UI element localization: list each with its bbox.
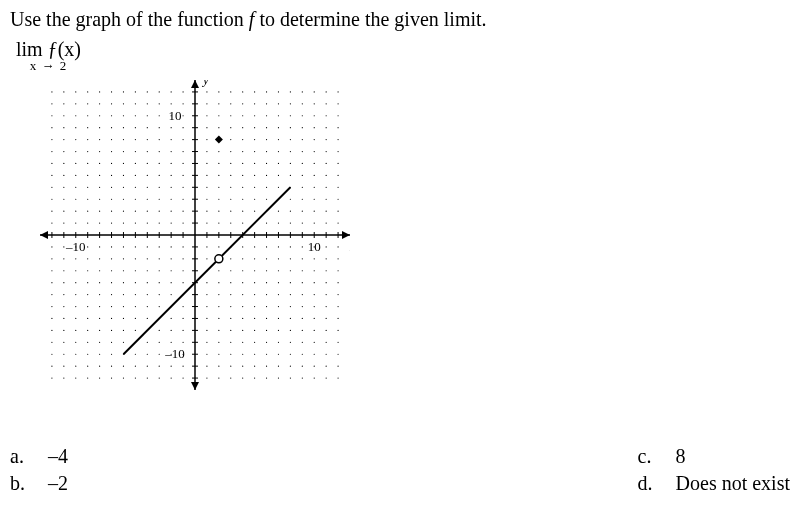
svg-point-298 <box>206 258 207 259</box>
svg-point-222 <box>159 306 160 307</box>
svg-text:10: 10 <box>308 239 321 254</box>
svg-point-139 <box>111 139 112 140</box>
svg-text:x: x <box>349 239 350 254</box>
svg-point-335 <box>218 91 219 92</box>
svg-point-120 <box>111 377 112 378</box>
svg-marker-579 <box>40 231 48 239</box>
limit-bottom: x → 2 <box>16 59 81 72</box>
svg-point-555 <box>337 342 338 343</box>
svg-point-114 <box>99 151 100 152</box>
svg-point-268 <box>182 330 183 331</box>
svg-point-321 <box>218 270 219 271</box>
svg-point-389 <box>254 318 255 319</box>
svg-point-217 <box>159 366 160 367</box>
svg-text:–10: –10 <box>164 346 185 361</box>
svg-point-507 <box>314 342 315 343</box>
svg-point-442 <box>278 258 279 259</box>
svg-point-83 <box>87 246 88 247</box>
svg-point-52 <box>75 330 76 331</box>
option-d[interactable]: d. Does not exist <box>638 472 790 495</box>
svg-point-102 <box>99 306 100 307</box>
svg-point-525 <box>314 115 315 116</box>
svg-point-381 <box>242 115 243 116</box>
svg-point-495 <box>302 187 303 188</box>
option-b[interactable]: b. –2 <box>10 472 68 495</box>
svg-point-431 <box>266 91 267 92</box>
svg-point-460 <box>290 330 291 331</box>
svg-point-30 <box>63 306 64 307</box>
prompt-suffix: to determine the given limit. <box>254 8 486 30</box>
svg-point-275 <box>182 246 183 247</box>
svg-point-570 <box>337 151 338 152</box>
svg-point-566 <box>337 199 338 200</box>
svg-point-158 <box>123 199 124 200</box>
svg-point-28 <box>63 330 64 331</box>
svg-point-482 <box>302 354 303 355</box>
svg-point-209 <box>147 163 148 164</box>
svg-point-62 <box>75 199 76 200</box>
svg-point-516 <box>314 222 315 223</box>
svg-point-13 <box>51 211 52 212</box>
svg-point-105 <box>99 270 100 271</box>
svg-point-288 <box>206 377 207 378</box>
svg-point-454 <box>278 103 279 104</box>
svg-point-448 <box>278 175 279 176</box>
svg-point-152 <box>123 282 124 283</box>
option-c-label: c. <box>638 445 658 468</box>
svg-point-230 <box>159 199 160 200</box>
svg-point-329 <box>218 163 219 164</box>
svg-point-256 <box>171 175 172 176</box>
svg-point-501 <box>302 115 303 116</box>
svg-point-18 <box>51 151 52 152</box>
svg-point-10 <box>51 258 52 259</box>
svg-point-441 <box>278 270 279 271</box>
svg-point-558 <box>337 306 338 307</box>
svg-point-543 <box>326 187 327 188</box>
svg-point-84 <box>87 222 88 223</box>
option-a[interactable]: a. –4 <box>10 445 68 468</box>
svg-point-283 <box>182 139 183 140</box>
svg-point-267 <box>182 342 183 343</box>
svg-point-488 <box>302 282 303 283</box>
svg-point-147 <box>123 342 124 343</box>
svg-point-334 <box>218 103 219 104</box>
svg-point-572 <box>337 127 338 128</box>
svg-point-550 <box>326 103 327 104</box>
svg-point-416 <box>266 282 267 283</box>
svg-point-197 <box>147 318 148 319</box>
svg-point-463 <box>290 294 291 295</box>
svg-point-272 <box>182 282 183 283</box>
svg-point-122 <box>111 354 112 355</box>
svg-marker-580 <box>191 80 199 88</box>
svg-point-502 <box>302 103 303 104</box>
svg-point-94 <box>87 103 88 104</box>
svg-point-179 <box>135 246 136 247</box>
svg-point-70 <box>75 103 76 104</box>
function-graph: –1010–1010xy <box>40 80 350 390</box>
svg-point-369 <box>242 270 243 271</box>
svg-point-64 <box>75 175 76 176</box>
svg-point-269 <box>182 318 183 319</box>
svg-point-374 <box>242 199 243 200</box>
svg-point-475 <box>290 139 291 140</box>
svg-point-548 <box>326 127 327 128</box>
svg-point-380 <box>242 127 243 128</box>
svg-point-38 <box>63 199 64 200</box>
svg-point-170 <box>135 354 136 355</box>
svg-point-563 <box>337 246 338 247</box>
svg-point-265 <box>182 366 183 367</box>
svg-point-154 <box>123 258 124 259</box>
svg-point-406 <box>254 103 255 104</box>
svg-point-212 <box>147 127 148 128</box>
svg-point-53 <box>75 318 76 319</box>
svg-point-564 <box>337 222 338 223</box>
svg-point-383 <box>242 91 243 92</box>
svg-point-458 <box>290 354 291 355</box>
svg-point-286 <box>182 103 183 104</box>
svg-point-142 <box>111 103 112 104</box>
svg-point-258 <box>171 151 172 152</box>
svg-point-188 <box>135 127 136 128</box>
option-c[interactable]: c. 8 <box>638 445 790 468</box>
svg-point-16 <box>51 175 52 176</box>
svg-point-236 <box>159 127 160 128</box>
